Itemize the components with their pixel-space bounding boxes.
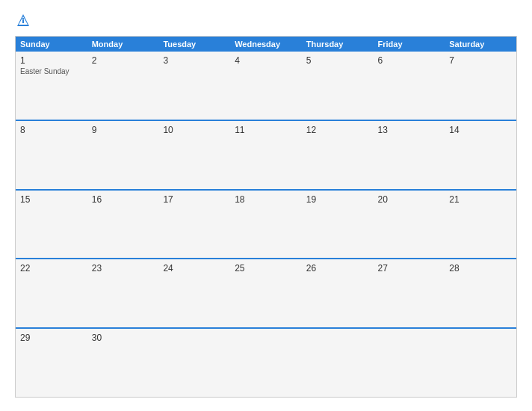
calendar-cell: 5: [302, 52, 374, 120]
weekday-header: Tuesday: [158, 37, 230, 52]
day-number: 10: [163, 125, 226, 135]
calendar-cell: [374, 329, 445, 397]
day-number: 9: [92, 125, 155, 135]
day-number: 29: [20, 333, 83, 343]
calendar-cell: 4: [230, 52, 302, 120]
day-number: 5: [306, 55, 369, 66]
calendar-cell: 27: [374, 259, 445, 327]
svg-rect-3: [22, 18, 24, 19]
calendar-week: 2930: [16, 327, 516, 397]
day-number: 2: [92, 55, 155, 66]
calendar-cell: 16: [87, 191, 159, 259]
calendar-cell: 8: [16, 121, 87, 189]
day-number: 19: [306, 194, 369, 205]
day-number: 28: [449, 263, 512, 274]
logo: [15, 13, 30, 28]
day-number: 20: [378, 194, 441, 205]
header: [15, 13, 517, 28]
day-number: 25: [235, 263, 297, 274]
calendar-cell: 30: [87, 329, 159, 397]
day-number: 27: [378, 263, 441, 274]
weekday-header: Saturday: [445, 37, 516, 52]
calendar-cell: 11: [230, 121, 302, 189]
calendar-cell: 15: [16, 191, 87, 259]
calendar-cell: [302, 329, 374, 397]
calendar-cell: 7: [445, 52, 516, 120]
weekday-header: Friday: [374, 37, 445, 52]
day-number: 21: [449, 194, 512, 205]
day-number: 24: [163, 263, 226, 274]
calendar-cell: 12: [302, 121, 374, 189]
day-number: 14: [449, 125, 512, 135]
calendar-cell: 24: [158, 259, 230, 327]
day-number: 15: [20, 194, 83, 205]
day-number: 1: [20, 55, 83, 66]
calendar-cell: 28: [445, 259, 516, 327]
day-number: 8: [20, 125, 83, 135]
calendar-cell: 3: [158, 52, 230, 120]
weekday-header: Sunday: [16, 37, 87, 52]
day-number: 23: [92, 263, 155, 274]
day-number: 26: [306, 263, 369, 274]
calendar-cell: [230, 329, 302, 397]
calendar-cell: 20: [374, 191, 445, 259]
calendar-cell: [158, 329, 230, 397]
calendar-cell: 13: [374, 121, 445, 189]
svg-rect-2: [22, 19, 24, 23]
calendar-header: SundayMondayTuesdayWednesdayThursdayFrid…: [16, 37, 516, 52]
day-event: Easter Sunday: [20, 67, 83, 75]
calendar-cell: 23: [87, 259, 159, 327]
day-number: 12: [306, 125, 369, 135]
day-number: 30: [92, 333, 155, 343]
calendar-cell: 2: [87, 52, 159, 120]
calendar-cell: 6: [374, 52, 445, 120]
day-number: 18: [235, 194, 297, 205]
logo-icon: [16, 13, 30, 27]
day-number: 22: [20, 263, 83, 274]
calendar-week: 891011121314: [16, 120, 516, 189]
calendar-cell: 14: [445, 121, 516, 189]
day-number: 4: [235, 55, 297, 66]
day-number: 6: [378, 55, 441, 66]
calendar-week: 22232425262728: [16, 258, 516, 327]
calendar-body: 1Easter Sunday23456789101112131415161718…: [16, 52, 516, 397]
day-number: 7: [449, 55, 512, 66]
calendar-cell: 1Easter Sunday: [16, 52, 87, 120]
calendar-cell: 29: [16, 329, 87, 397]
calendar-cell: 22: [16, 259, 87, 327]
day-number: 13: [378, 125, 441, 135]
calendar-cell: 26: [302, 259, 374, 327]
calendar-week: 15161718192021: [16, 189, 516, 259]
calendar-cell: 9: [87, 121, 159, 189]
day-number: 11: [235, 125, 297, 135]
page: SundayMondayTuesdayWednesdayThursdayFrid…: [0, 0, 532, 411]
day-number: 17: [163, 194, 226, 205]
weekday-header: Thursday: [302, 37, 374, 52]
calendar-cell: 25: [230, 259, 302, 327]
calendar-cell: 21: [445, 191, 516, 259]
weekday-header: Monday: [87, 37, 159, 52]
calendar-cell: 17: [158, 191, 230, 259]
day-number: 3: [163, 55, 226, 66]
calendar-cell: 19: [302, 191, 374, 259]
calendar-cell: [445, 329, 516, 397]
calendar-cell: 18: [230, 191, 302, 259]
weekday-header: Wednesday: [230, 37, 302, 52]
calendar: SundayMondayTuesdayWednesdayThursdayFrid…: [15, 36, 517, 398]
day-number: 16: [92, 194, 155, 205]
calendar-cell: 10: [158, 121, 230, 189]
calendar-week: 1Easter Sunday234567: [16, 52, 516, 120]
